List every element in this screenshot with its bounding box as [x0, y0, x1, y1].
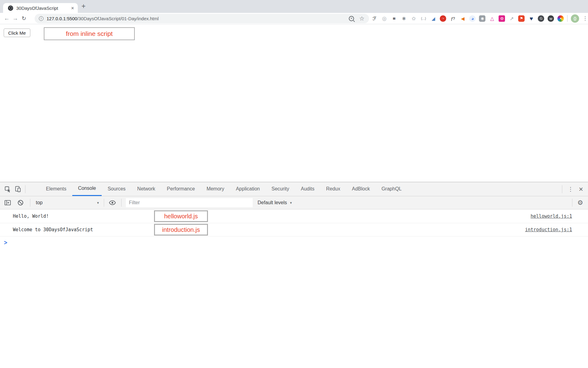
devtools-tab-memory[interactable]: Memory [201, 182, 230, 196]
zoom-icon[interactable]: + [349, 16, 354, 21]
devtools-tab-redux[interactable]: Redux [320, 182, 346, 196]
devtools-tab-adblock[interactable]: AdBlock [346, 182, 376, 196]
devtools-tab-application[interactable]: Application [230, 182, 266, 196]
console-message: Welcome to 30DaysOfJavaScript [13, 227, 93, 232]
console-settings-gear-icon[interactable]: ⚙ [577, 199, 583, 206]
console-inline-box: helloworld.js [154, 210, 208, 222]
devtools-panel: Elements Console Sources Network Perform… [0, 182, 588, 368]
address-bar[interactable]: i 127.0.0.1:5500/30DaysOfJavaScript/01-D… [35, 14, 369, 23]
context-selector-value: top [36, 200, 43, 205]
console-sidebar-icon[interactable] [3, 198, 12, 207]
console-prompt[interactable]: > [0, 236, 588, 248]
toolbar-divider [30, 199, 30, 207]
inline-script-text: from inline script [66, 30, 113, 37]
click-me-button[interactable]: Click Me [4, 29, 30, 37]
toolbar-divider [121, 199, 122, 207]
chevron-down-icon: ▼ [289, 201, 292, 205]
devtools-tab-network[interactable]: Network [131, 182, 161, 196]
log-levels-dropdown[interactable]: Default levels ▼ [258, 200, 292, 205]
extension-braces-icon[interactable]: {…} [420, 15, 427, 22]
context-selector[interactable]: top ▼ [32, 200, 104, 205]
console-source-link[interactable]: helloworld.js:1 [531, 213, 572, 219]
console-row: Hello, World! helloworld.js helloworld.j… [0, 209, 588, 223]
tab-title: 30DaysOfJavaScript [16, 6, 70, 11]
browser-toolbar: ← → ↻ i 127.0.0.1:5500/30DaysOfJavaScrip… [0, 13, 588, 24]
console-row: Welcome to 30DaysOfJavaScript introducti… [0, 223, 588, 236]
new-tab-button[interactable]: + [81, 2, 85, 10]
chevron-down-icon: ▼ [96, 201, 100, 205]
devtools-tab-audits[interactable]: Audits [295, 182, 320, 196]
extension-stop-hand-icon[interactable]: ☞ [440, 15, 446, 22]
page-info-icon[interactable]: i [39, 16, 43, 21]
extension-corner-arrow-icon[interactable]: ↗ [508, 15, 515, 22]
extensions-strip: ℱ ◎ ▮▮ ✱ ✿ {…} ◢ ☞ ƒ? ◀ ◕ ◉ △ ⚙ ↗ ⚑ ♥ G … [371, 13, 588, 24]
clear-console-icon[interactable] [16, 198, 25, 207]
devtools-menu-icon[interactable]: ⋮ [568, 186, 573, 193]
back-button[interactable]: ← [2, 13, 11, 24]
devtools-divider [25, 185, 25, 193]
extension-function-question-icon[interactable]: ƒ? [450, 15, 456, 22]
browser-window: 30DaysOfJavaScript × + ← → ↻ i 127.0.0.1… [0, 0, 588, 368]
extension-eyedropper-icon[interactable]: ◢ [430, 15, 436, 22]
extension-orbit-icon[interactable]: ◎ [381, 15, 387, 22]
devtools-close-icon[interactable]: × [579, 186, 583, 193]
devtools-tab-console[interactable]: Console [72, 182, 102, 196]
site-favicon-icon [8, 6, 13, 11]
console-message: Hello, World! [13, 213, 49, 219]
devtools-tab-security[interactable]: Security [266, 182, 295, 196]
toolbar-divider [567, 15, 567, 22]
console-source-link[interactable]: introduction.js:1 [525, 227, 572, 232]
tab-close-icon[interactable]: × [70, 5, 75, 11]
url-text: 127.0.0.1:5500/30DaysOfJavaScript/01-Day… [47, 16, 159, 21]
log-levels-value: Default levels [258, 200, 287, 205]
bookmark-star-icon[interactable]: ☆ [359, 15, 364, 22]
extension-w-circle-icon[interactable]: w [548, 15, 554, 22]
extension-fontface-ninja-icon[interactable]: ℱ [371, 15, 378, 22]
console-toolbar: top ▼ Default levels ▼ ⚙ [0, 196, 588, 209]
devtools-tab-performance[interactable]: Performance [161, 182, 201, 196]
extension-pink-gear-icon[interactable]: ⚙ [499, 15, 505, 22]
forward-button[interactable]: → [11, 13, 20, 24]
profile-avatar[interactable]: {} [571, 14, 579, 23]
extension-color-wheel-icon[interactable]: ● [557, 15, 564, 22]
extension-heart-search-icon[interactable]: ♥ [528, 15, 534, 22]
devtools-tab-graphql[interactable]: GraphQL [376, 182, 408, 196]
console-inline-box: introduction.js [154, 224, 208, 236]
prompt-chevron-icon: > [4, 239, 7, 246]
reload-button[interactable]: ↻ [20, 13, 28, 24]
extension-blue-swirl-icon[interactable]: ◕ [469, 15, 476, 22]
tab-strip: 30DaysOfJavaScript × + [0, 0, 588, 13]
console-filter-input[interactable] [126, 198, 253, 207]
extension-flower-icon[interactable]: ✿ [410, 15, 417, 22]
toolbar-divider [572, 199, 572, 207]
devtools-tabbar: Elements Console Sources Network Perform… [0, 182, 588, 196]
browser-menu-icon[interactable]: ⋮ [582, 15, 588, 22]
extension-columns-icon[interactable]: ▮▮ [391, 15, 397, 22]
extension-bookmark-flag-icon[interactable]: ⚑ [518, 15, 525, 22]
devtools-tabs: Elements Console Sources Network Perform… [40, 182, 407, 196]
browser-tab[interactable]: 30DaysOfJavaScript × [3, 3, 78, 13]
devtools-tab-sources[interactable]: Sources [102, 182, 131, 196]
toolbar-divider [104, 199, 104, 207]
live-expression-eye-icon[interactable] [108, 198, 117, 207]
devtools-controls: ⋮ × [559, 185, 588, 193]
extension-megaphone-icon[interactable]: ◀ [459, 15, 466, 22]
inline-script-box: from inline script [44, 27, 135, 40]
extension-camera-icon[interactable]: ◉ [479, 15, 485, 22]
extension-graphql-icon[interactable]: △ [489, 15, 495, 22]
inspect-element-icon[interactable] [4, 185, 12, 193]
console-output: Hello, World! helloworld.js helloworld.j… [0, 209, 588, 248]
extension-bug-icon[interactable]: ✱ [401, 15, 407, 22]
device-toolbar-icon[interactable] [14, 185, 22, 193]
devtools-divider [562, 185, 562, 193]
extension-g-circle-icon[interactable]: G [538, 15, 544, 22]
devtools-tab-elements[interactable]: Elements [40, 182, 72, 196]
